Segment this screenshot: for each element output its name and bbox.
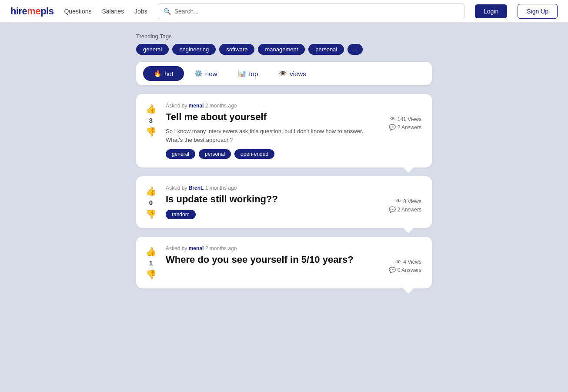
main-content: Trending Tags general engineering softwa… (136, 23, 432, 308)
asked-time-3: 2 months ago (205, 245, 237, 251)
qtag-general[interactable]: general (166, 149, 195, 159)
vote-col-3: 👍 1 👎 (143, 245, 159, 280)
author-link-1[interactable]: menai (189, 103, 204, 109)
tag-software[interactable]: software (219, 44, 254, 55)
answers-stat-2: 💬 2 Answers (389, 206, 421, 213)
question-card-3: 👍 1 👎 Asked by menai 2 months ago Where … (136, 237, 432, 288)
new-icon: ⚙️ (194, 70, 203, 77)
question-title-3[interactable]: Where do you see yourself in 5/10 years? (166, 254, 371, 265)
trending-section: Trending Tags general engineering softwa… (136, 33, 432, 55)
question-tags-1: general personal open-ended (166, 149, 371, 159)
tag-more[interactable]: ... (347, 44, 363, 55)
eye-icon-3: 👁 (396, 258, 401, 265)
question-tags-2: random (166, 210, 371, 219)
tab-top-label: top (249, 70, 258, 77)
question-desc-1: So I know many interviewers ask this que… (166, 127, 371, 144)
logo-hire: hire (10, 6, 27, 17)
downvote-button-1[interactable]: 👎 (145, 127, 157, 137)
nav-questions[interactable]: Questions (64, 8, 91, 15)
answers-count-1: 2 Answers (398, 124, 421, 131)
logo[interactable]: hiremepls (10, 6, 53, 17)
question-title-2[interactable]: Is update still working?? (166, 194, 371, 205)
views-icon: 👁️ (279, 70, 287, 77)
question-card-1: 👍 3 👎 Asked by menai 2 months ago Tell m… (136, 94, 432, 168)
nav-links: Questions Salaries Jobs (64, 7, 147, 15)
filter-tabs: 🔥 hot ⚙️ new 📊 top 👁️ views (136, 62, 432, 85)
upvote-button-1[interactable]: 👍 (145, 104, 157, 114)
tab-hot-label: hot (164, 70, 174, 77)
comment-icon-3: 💬 (389, 267, 396, 273)
login-button[interactable]: Login (475, 4, 507, 18)
question-body-2: Asked by BrenL 1 months ago Is update st… (166, 185, 371, 219)
eye-icon-2: 👁 (396, 198, 401, 204)
qtag-random[interactable]: random (166, 210, 196, 219)
tag-management[interactable]: management (258, 44, 305, 55)
asked-by-3: Asked by menai 2 months ago (166, 245, 371, 251)
tab-views[interactable]: 👁️ views (268, 66, 317, 81)
views-count-3: 4 Views (403, 259, 421, 265)
comment-icon-1: 💬 (389, 124, 396, 131)
answers-count-3: 0 Answers (398, 267, 421, 273)
top-icon: 📊 (238, 70, 246, 77)
answers-stat-1: 💬 2 Answers (389, 124, 421, 131)
views-stat-1: 👁 141 Views (390, 116, 421, 122)
question-body-3: Asked by menai 2 months ago Where do you… (166, 245, 371, 270)
qtag-open-ended[interactable]: open-ended (234, 149, 274, 159)
views-stat-2: 👁 8 Views (396, 198, 421, 204)
views-count-1: 141 Views (398, 116, 421, 122)
asked-by-2: Asked by BrenL 1 months ago (166, 185, 371, 191)
downvote-button-2[interactable]: 👎 (145, 209, 157, 219)
search-bar: 🔍 (158, 3, 464, 19)
search-icon: 🔍 (164, 8, 171, 15)
answers-stat-3: 💬 0 Answers (389, 267, 421, 273)
author-link-3[interactable]: menai (189, 245, 204, 251)
signup-button[interactable]: Sign Up (518, 4, 558, 19)
header: hiremepls Questions Salaries Jobs 🔍 Logi… (0, 0, 568, 23)
views-count-2: 8 Views (403, 198, 421, 204)
question-meta-3: 👁 4 Views 💬 0 Answers (378, 245, 421, 273)
tag-personal[interactable]: personal (308, 44, 344, 55)
comment-icon-2: 💬 (389, 206, 396, 213)
asked-time-2: 1 months ago (205, 185, 237, 191)
hot-icon: 🔥 (154, 70, 162, 77)
vote-col-1: 👍 3 👎 (143, 103, 159, 137)
author-link-2[interactable]: BrenL (189, 185, 204, 191)
tab-top[interactable]: 📊 top (227, 66, 268, 81)
answers-count-2: 2 Answers (398, 207, 421, 213)
nav-salaries[interactable]: Salaries (102, 8, 124, 15)
asked-by-1: Asked by menai 2 months ago (166, 103, 371, 109)
logo-pls: pls (40, 6, 53, 17)
trending-label: Trending Tags (136, 33, 432, 40)
search-input[interactable] (174, 8, 459, 15)
question-meta-2: 👁 8 Views 💬 2 Answers (378, 185, 421, 213)
logo-me: me (27, 6, 40, 17)
eye-icon-1: 👁 (390, 116, 396, 122)
tag-general[interactable]: general (136, 44, 169, 55)
upvote-button-3[interactable]: 👍 (145, 246, 157, 257)
nav-jobs[interactable]: Jobs (134, 8, 147, 15)
asked-time-1: 2 months ago (205, 103, 237, 109)
tags-row: general engineering software management … (136, 44, 432, 55)
vote-count-3: 1 (149, 259, 153, 267)
vote-col-2: 👍 0 👎 (143, 185, 159, 219)
vote-count-2: 0 (149, 199, 153, 206)
upvote-button-2[interactable]: 👍 (145, 186, 157, 196)
views-stat-3: 👁 4 Views (396, 258, 421, 265)
question-meta-1: 👁 141 Views 💬 2 Answers (378, 103, 421, 131)
vote-count-1: 3 (149, 117, 153, 124)
question-card-2: 👍 0 👎 Asked by BrenL 1 months ago Is upd… (136, 176, 432, 228)
downvote-button-3[interactable]: 👎 (145, 269, 157, 280)
tab-hot[interactable]: 🔥 hot (143, 66, 184, 81)
qtag-personal[interactable]: personal (199, 149, 231, 159)
question-body-1: Asked by menai 2 months ago Tell me abou… (166, 103, 371, 159)
question-title-1[interactable]: Tell me about yourself (166, 111, 371, 123)
tab-new[interactable]: ⚙️ new (184, 66, 228, 81)
tab-views-label: views (290, 70, 306, 77)
tag-engineering[interactable]: engineering (172, 44, 216, 55)
tab-new-label: new (205, 70, 217, 77)
